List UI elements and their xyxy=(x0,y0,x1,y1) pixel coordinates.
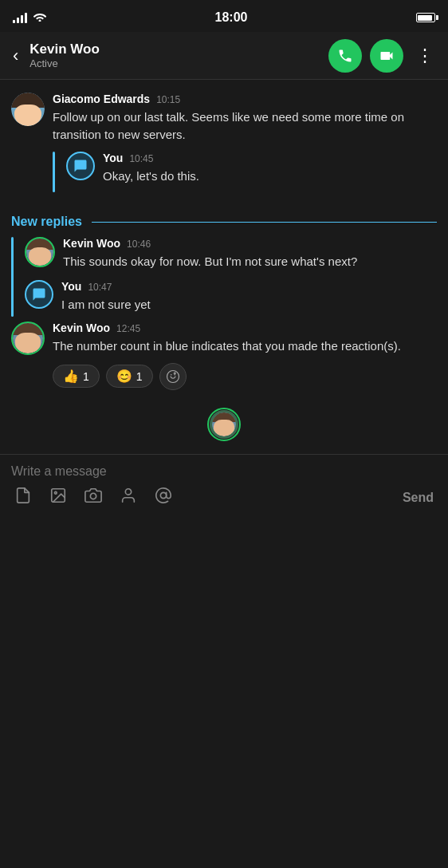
msg-text-giacomo: Follow up on our last talk. Seems like w… xyxy=(53,108,437,144)
signal-bar-3 xyxy=(21,15,23,23)
messages-container: Giacomo Edwards 10:15 Follow up on our l… xyxy=(0,80,448,454)
bottom-kevin-sender: Kevin Woo xyxy=(53,322,110,334)
contact-icon[interactable] xyxy=(120,487,137,509)
back-button[interactable]: ‹ xyxy=(10,42,22,69)
status-left xyxy=(13,11,46,24)
msg-time-giacomo: 10:15 xyxy=(156,94,180,105)
bottom-kevin-time: 12:45 xyxy=(116,323,140,334)
toolbar-icons xyxy=(14,487,172,509)
file-icon[interactable] xyxy=(14,487,32,509)
kevin-ring-avatar xyxy=(207,408,241,441)
reaction-thumbsup-emoji: 👍 xyxy=(63,369,79,384)
reactions-row: 👍 1 😊 1 xyxy=(53,363,437,390)
reaction-smile-emoji: 😊 xyxy=(116,369,132,384)
signal-bar-4 xyxy=(25,13,27,23)
reaction-thumbsup-count: 1 xyxy=(83,370,89,383)
you-reply-sender-2: You xyxy=(61,280,81,293)
status-time: 18:00 xyxy=(215,10,248,25)
new-replies-thread: Kevin Woo 10:46 This sounds okay for now… xyxy=(11,237,437,317)
message-input[interactable] xyxy=(11,464,437,479)
avatar-you-2 xyxy=(25,280,53,309)
you-reply-meta-2: You 10:47 xyxy=(61,280,437,293)
svg-point-1 xyxy=(171,374,172,376)
more-button[interactable]: ⋮ xyxy=(411,42,438,69)
input-row xyxy=(11,464,437,479)
svg-point-7 xyxy=(160,492,166,498)
sender-name-giacomo: Giacomo Edwards xyxy=(53,93,150,105)
wifi-icon xyxy=(33,11,46,24)
kevin-ring-inner xyxy=(210,410,238,439)
image-icon[interactable] xyxy=(49,487,67,509)
contact-name: Kevin Woo xyxy=(29,41,328,57)
call-button[interactable] xyxy=(328,39,362,73)
new-replies-divider: New replies xyxy=(11,215,437,229)
kevin-reply-text: This sounds okay for now. But I'm not su… xyxy=(63,253,437,270)
svg-point-6 xyxy=(125,488,131,494)
kevin-reply-content: Kevin Woo 10:46 This sounds okay for now… xyxy=(63,237,437,270)
avatar-you xyxy=(66,152,95,180)
you-reply-time-2: 10:47 xyxy=(88,282,112,293)
signal-bars xyxy=(13,12,27,23)
reply-sender-you: You xyxy=(103,152,123,164)
reply-meta-you: You 10:45 xyxy=(103,152,437,164)
reaction-add-button[interactable] xyxy=(159,363,187,390)
you-reply-content-2: You 10:47 I am not sure yet xyxy=(61,280,437,314)
header-info: Kevin Woo Active xyxy=(29,41,328,69)
reply-thread: You 10:45 Okay, let's do this. xyxy=(53,152,437,193)
input-area: Send xyxy=(0,454,448,515)
signal-bar-2 xyxy=(17,18,19,23)
reply-text-you: Okay, let's do this. xyxy=(103,168,437,185)
kevin-reply-time: 10:46 xyxy=(127,239,151,250)
avatar-giacomo xyxy=(11,93,45,126)
kevin-reply-meta: Kevin Woo 10:46 xyxy=(63,237,437,250)
mention-icon[interactable] xyxy=(155,487,172,509)
kevin-reply-sender: Kevin Woo xyxy=(63,237,120,250)
new-replies-line xyxy=(92,222,437,223)
kevin-ring-face xyxy=(212,412,236,436)
thread-bar xyxy=(53,152,55,193)
svg-point-4 xyxy=(54,491,57,494)
chat-header: ‹ Kevin Woo Active ⋮ xyxy=(0,32,448,80)
new-replies-content: Kevin Woo 10:46 This sounds okay for now… xyxy=(25,237,437,317)
bottom-kevin-text: The number count in blue indicates that … xyxy=(53,337,437,355)
svg-point-0 xyxy=(167,370,179,382)
new-replies-bar xyxy=(11,237,14,317)
msg-content-giacomo: Giacomo Edwards 10:15 Follow up on our l… xyxy=(53,93,437,192)
bottom-kevin-group: Kevin Woo 12:45 The number count in blue… xyxy=(11,322,437,390)
reply-item-you-2: You 10:47 I am not sure yet xyxy=(25,280,437,314)
status-bar: 18:00 xyxy=(0,0,448,32)
video-button[interactable] xyxy=(370,39,403,73)
you-reply-text-2: I am not sure yet xyxy=(61,296,437,314)
new-replies-label: New replies xyxy=(11,215,82,229)
reply-content-you: You 10:45 Okay, let's do this. xyxy=(103,152,437,185)
header-actions: ⋮ xyxy=(328,39,438,73)
video-icon xyxy=(379,48,395,64)
message-group-giacomo: Giacomo Edwards 10:15 Follow up on our l… xyxy=(11,93,437,192)
send-button[interactable]: Send xyxy=(403,491,434,505)
contact-status: Active xyxy=(29,57,328,69)
avatar-kevin-bottom xyxy=(11,322,45,355)
signal-bar-1 xyxy=(13,20,15,23)
phone-icon xyxy=(337,48,353,64)
svg-point-5 xyxy=(90,493,96,499)
reaction-smile[interactable]: 😊 1 xyxy=(106,365,153,388)
reply-item-kevin: Kevin Woo 10:46 This sounds okay for now… xyxy=(25,237,437,270)
reply-item-you: You 10:45 Okay, let's do this. xyxy=(66,152,437,185)
reaction-thumbsup[interactable]: 👍 1 xyxy=(53,365,100,388)
battery-icon xyxy=(416,13,435,22)
reply-time-you: 10:45 xyxy=(129,153,153,164)
thread-content: You 10:45 Okay, let's do this. xyxy=(66,152,437,193)
input-toolbar: Send xyxy=(11,487,437,509)
kevin-bottom-avatar-ring-container xyxy=(11,403,437,441)
avatar-kevin-thread xyxy=(25,237,55,267)
bottom-kevin-meta: Kevin Woo 12:45 xyxy=(53,322,437,334)
reaction-smile-count: 1 xyxy=(136,370,143,383)
camera-icon[interactable] xyxy=(84,487,102,509)
msg-meta-giacomo: Giacomo Edwards 10:15 xyxy=(53,93,437,105)
bottom-kevin-content: Kevin Woo 12:45 The number count in blue… xyxy=(53,322,437,390)
